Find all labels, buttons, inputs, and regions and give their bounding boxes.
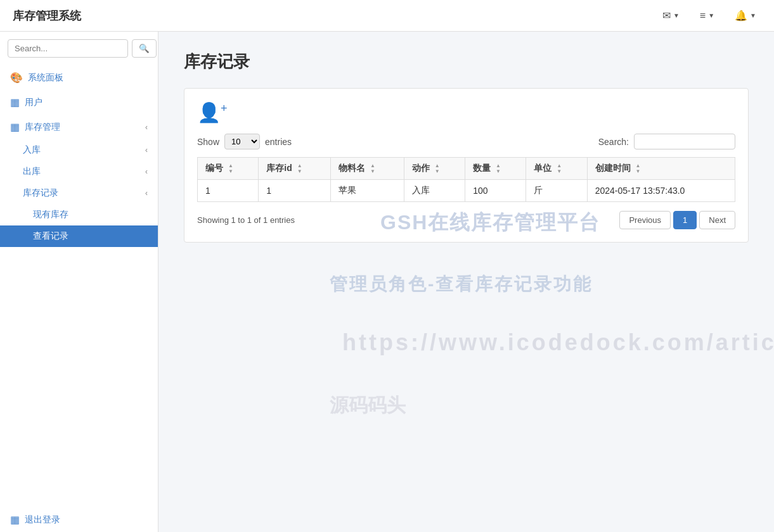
sidebar-item-users[interactable]: ▦ 用户 bbox=[0, 90, 158, 115]
menu-icon: ≡ bbox=[700, 10, 706, 22]
table-header: 编号 ▲▼ 库存id ▲▼ 物料名 ▲▼ 动作 bbox=[198, 158, 735, 180]
table-header-row: 编号 ▲▼ 库存id ▲▼ 物料名 ▲▼ 动作 bbox=[198, 158, 735, 180]
records-chevron: ‹ bbox=[145, 189, 148, 198]
sort-icon-material: ▲▼ bbox=[370, 163, 375, 174]
layout: 🔍 🎨 系统面板 ▦ 用户 ▦ 库存管理 ‹ bbox=[0, 32, 774, 532]
table-controls: Show 10 25 50 100 entries Search: bbox=[197, 134, 735, 149]
table-body: 1 1 苹果 入库 100 斤 2024-05-17 13:57:43.0 bbox=[198, 180, 735, 202]
sort-icon-created-at: ▲▼ bbox=[636, 163, 641, 174]
page-1-button[interactable]: 1 bbox=[673, 211, 697, 229]
logout-label: 退出登录 bbox=[25, 514, 60, 526]
search-icon: 🔍 bbox=[139, 44, 150, 53]
sort-icon-stock-id: ▲▼ bbox=[297, 163, 302, 174]
sidebar-submenu-item-current-stock[interactable]: 现有库存 bbox=[0, 204, 158, 225]
sidebar-submenu-item-outbound[interactable]: 出库 ‹ bbox=[0, 161, 158, 182]
next-button[interactable]: Next bbox=[699, 211, 735, 229]
sidebar-item-logout[interactable]: ▦ 退出登录 bbox=[0, 507, 158, 532]
entries-select[interactable]: 10 25 50 100 bbox=[224, 134, 260, 149]
sidebar: 🔍 🎨 系统面板 ▦ 用户 ▦ 库存管理 ‹ bbox=[0, 32, 158, 532]
sidebar-submenu-item-records[interactable]: 库存记录 ‹ bbox=[0, 182, 158, 204]
col-header-action[interactable]: 动作 ▲▼ bbox=[404, 158, 465, 180]
col-header-id[interactable]: 编号 ▲▼ bbox=[198, 158, 259, 180]
sidebar-item-inventory-mgmt-label: 库存管理 bbox=[25, 122, 60, 133]
sort-icon-id: ▲▼ bbox=[228, 163, 233, 174]
navbar-right: ✉ ▼ ≡ ▼ 🔔 ▼ bbox=[657, 7, 761, 24]
view-records-label: 查看记录 bbox=[33, 231, 68, 242]
watermark-2: 管理员角色-查看库存记录功能 bbox=[330, 272, 593, 296]
menu-button[interactable]: ≡ ▼ bbox=[695, 8, 719, 24]
watermark-4: 源码码头 bbox=[330, 393, 406, 419]
sidebar-search-area: 🔍 bbox=[0, 32, 158, 65]
sort-icon-quantity: ▲▼ bbox=[496, 163, 501, 174]
search-button[interactable]: 🔍 bbox=[132, 39, 157, 58]
inbound-chevron: ‹ bbox=[145, 146, 148, 155]
showing-text: Showing 1 to 1 of 1 entries bbox=[197, 215, 295, 225]
show-entries: Show 10 25 50 100 entries bbox=[197, 134, 292, 149]
mail-button[interactable]: ✉ ▼ bbox=[657, 7, 685, 24]
cell-unit: 斤 bbox=[526, 180, 587, 202]
sort-icon-action: ▲▼ bbox=[435, 163, 440, 174]
inventory-mgmt-icon: ▦ bbox=[10, 121, 20, 133]
pagination-area: Showing 1 to 1 of 1 entries Previous 1 N… bbox=[197, 211, 735, 229]
sort-icon-unit: ▲▼ bbox=[557, 163, 562, 174]
app-brand: 库存管理系统 bbox=[13, 8, 81, 23]
cell-material: 苹果 bbox=[330, 180, 404, 202]
entries-label: entries bbox=[265, 137, 292, 147]
col-header-unit[interactable]: 单位 ▲▼ bbox=[526, 158, 587, 180]
previous-button[interactable]: Previous bbox=[619, 211, 671, 229]
sidebar-submenu-item-view-records[interactable]: 查看记录 bbox=[0, 225, 158, 247]
users-icon: ▦ bbox=[10, 96, 20, 108]
records-label: 库存记录 bbox=[23, 187, 58, 199]
sidebar-submenu-inventory: 入库 ‹ 出库 ‹ 库存记录 ‹ 现有库存 查看记录 bbox=[0, 139, 158, 247]
outbound-label: 出库 bbox=[23, 166, 41, 177]
menu-chevron: ▼ bbox=[708, 12, 714, 19]
bell-button[interactable]: 🔔 ▼ bbox=[730, 7, 761, 24]
inbound-label: 入库 bbox=[23, 144, 41, 156]
cell-created-at: 2024-05-17 13:57:43.0 bbox=[587, 180, 735, 202]
bell-icon: 🔔 bbox=[735, 10, 747, 22]
sidebar-item-users-label: 用户 bbox=[25, 97, 42, 108]
mail-icon: ✉ bbox=[662, 10, 671, 22]
cell-action: 入库 bbox=[404, 180, 465, 202]
sidebar-menu: 🎨 系统面板 ▦ 用户 ▦ 库存管理 ‹ bbox=[0, 65, 158, 139]
col-header-created-at[interactable]: 创建时间 ▲▼ bbox=[587, 158, 735, 180]
page-title: 库存记录 bbox=[184, 51, 749, 73]
sidebar-item-dashboard-label: 系统面板 bbox=[28, 72, 63, 84]
logout-icon: ▦ bbox=[10, 514, 20, 526]
table-search-box: Search: bbox=[598, 134, 735, 149]
sidebar-item-dashboard[interactable]: 🎨 系统面板 bbox=[0, 65, 158, 90]
mail-chevron: ▼ bbox=[673, 12, 680, 19]
current-stock-label: 现有库存 bbox=[33, 209, 68, 220]
bell-chevron: ▼ bbox=[750, 12, 756, 19]
data-table: 编号 ▲▼ 库存id ▲▼ 物料名 ▲▼ 动作 bbox=[197, 157, 735, 202]
cell-quantity: 100 bbox=[465, 180, 526, 202]
search-input[interactable] bbox=[8, 39, 128, 58]
table-row: 1 1 苹果 入库 100 斤 2024-05-17 13:57:43.0 bbox=[198, 180, 735, 202]
content-card: 👤+ Show 10 25 50 100 entries Search: bbox=[184, 88, 749, 243]
add-record-button[interactable]: 👤+ bbox=[197, 101, 228, 124]
table-search-label: Search: bbox=[598, 137, 629, 147]
col-header-quantity[interactable]: 数量 ▲▼ bbox=[465, 158, 526, 180]
cell-id: 1 bbox=[198, 180, 259, 202]
show-label: Show bbox=[197, 137, 219, 147]
add-user-icon: 👤+ bbox=[197, 101, 228, 124]
main-content: 库存记录 👤+ Show 10 25 50 100 entries bbox=[158, 32, 774, 532]
navbar: 库存管理系统 ✉ ▼ ≡ ▼ 🔔 ▼ bbox=[0, 0, 774, 32]
pagination: Previous 1 Next bbox=[619, 211, 735, 229]
dashboard-icon: 🎨 bbox=[10, 72, 23, 84]
cell-stock-id: 1 bbox=[259, 180, 331, 202]
sidebar-footer-menu: ▦ 退出登录 bbox=[0, 507, 158, 532]
inventory-mgmt-chevron: ‹ bbox=[145, 123, 148, 132]
outbound-chevron: ‹ bbox=[145, 167, 148, 176]
watermark-3: https://www.icodedock.com/article/2251.h… bbox=[342, 329, 774, 356]
col-header-material[interactable]: 物料名 ▲▼ bbox=[330, 158, 404, 180]
sidebar-item-inventory-mgmt[interactable]: ▦ 库存管理 ‹ bbox=[0, 115, 158, 139]
table-search-input[interactable] bbox=[634, 134, 735, 149]
sidebar-submenu-item-inbound[interactable]: 入库 ‹ bbox=[0, 139, 158, 161]
col-header-stock-id[interactable]: 库存id ▲▼ bbox=[259, 158, 331, 180]
